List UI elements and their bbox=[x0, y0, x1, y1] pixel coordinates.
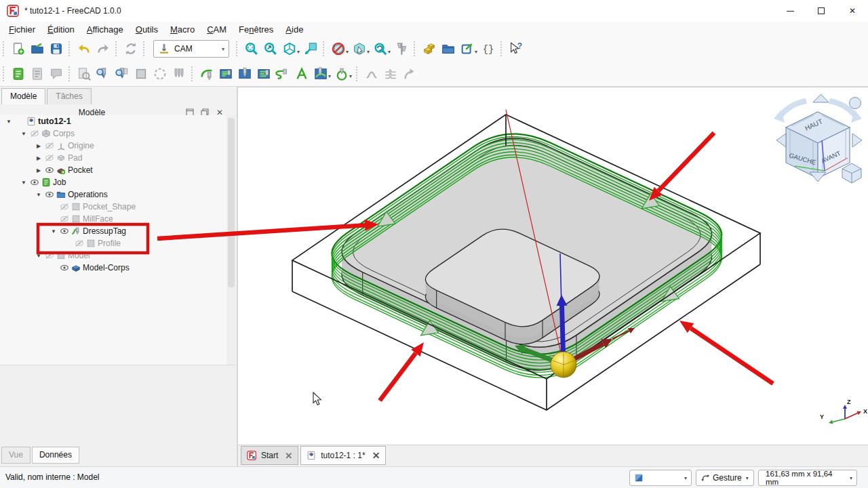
tree-item-origine[interactable]: ▶Origine bbox=[0, 140, 226, 152]
toolbar-toolcontroller-button[interactable] bbox=[170, 64, 189, 83]
tree-scrollbar[interactable] bbox=[226, 115, 236, 365]
toolbar-group-button[interactable] bbox=[439, 39, 458, 58]
toolbar-op-helix-button[interactable] bbox=[273, 64, 292, 83]
toolbar-toolbit-dock-button[interactable] bbox=[94, 64, 113, 83]
menu-fentres[interactable]: Fenêtres bbox=[233, 23, 279, 36]
tab-donnees[interactable]: Données bbox=[32, 447, 79, 464]
eye-visible-icon[interactable] bbox=[43, 165, 55, 175]
eye-hidden-icon[interactable] bbox=[58, 214, 70, 224]
toolbar-simulator-button[interactable] bbox=[151, 64, 170, 83]
navcube-left-triangle[interactable] bbox=[776, 134, 786, 147]
navigation-style-combo[interactable]: Gesture ▾ bbox=[696, 470, 754, 486]
eye-hidden-icon[interactable] bbox=[43, 153, 55, 163]
toolbar-toolbit-library-button[interactable] bbox=[113, 64, 132, 83]
toolbar-grip[interactable] bbox=[414, 41, 418, 56]
toolbar-grip[interactable] bbox=[3, 66, 7, 81]
toolbar-dressup-lead-button[interactable] bbox=[400, 64, 419, 83]
eye-hidden-icon[interactable] bbox=[43, 141, 55, 150]
toolbar-save-file-button[interactable] bbox=[47, 39, 66, 58]
tree-item-millface[interactable]: MillFace bbox=[0, 213, 226, 225]
toolbar-refresh-button[interactable] bbox=[121, 39, 140, 58]
toolbar-zoom-selection-button[interactable] bbox=[261, 39, 280, 58]
dimension-combo[interactable]: 161,63 mm x 91,64 mm ▾ bbox=[758, 470, 857, 486]
eye-hidden-icon[interactable] bbox=[73, 239, 85, 248]
maximize-button[interactable] bbox=[806, 0, 837, 22]
eye-hidden-icon[interactable] bbox=[58, 202, 70, 211]
toolbar-macro-braces-button[interactable]: {} bbox=[479, 39, 498, 58]
tree-item-dressuptag[interactable]: ▼DressupTag bbox=[0, 225, 226, 237]
tab-vue[interactable]: Vue bbox=[1, 447, 31, 464]
menu-dition[interactable]: Édition bbox=[41, 23, 81, 36]
toolbar-whats-this-button[interactable]: ? bbox=[507, 39, 526, 58]
toolbar-export-button[interactable] bbox=[458, 39, 477, 58]
toolbar-axonometric-view-button[interactable] bbox=[280, 39, 299, 58]
navcube-down-triangle[interactable] bbox=[810, 172, 826, 182]
tree-item-profile[interactable]: Profile bbox=[0, 237, 226, 249]
rotate-left-arrow-icon[interactable] bbox=[779, 101, 806, 117]
tree-item-job[interactable]: ▼Job bbox=[0, 176, 226, 188]
mdi-tab-start[interactable]: Start ✕ bbox=[241, 446, 298, 465]
toolbar-simulator-stock-button[interactable] bbox=[132, 64, 151, 83]
toolbar-grip[interactable] bbox=[500, 41, 505, 56]
toolbar-op-vcarve-button[interactable] bbox=[332, 64, 351, 83]
toolbar-op-facemill-button[interactable] bbox=[254, 64, 273, 83]
toolbar-align-view-button[interactable] bbox=[301, 39, 320, 58]
tree-item-pocket-shape[interactable]: Pocket_Shape bbox=[0, 201, 226, 213]
unit-schema-combo[interactable]: ▾ bbox=[629, 470, 692, 486]
toolbar-op-engrave-button[interactable] bbox=[292, 64, 311, 83]
toolbar-dressup-tag-button[interactable] bbox=[381, 64, 400, 83]
mdi-tab-document-close-icon[interactable]: ✕ bbox=[372, 450, 380, 461]
toolbar-zoom-tools-button[interactable] bbox=[371, 39, 390, 58]
expander-icon[interactable]: ▼ bbox=[34, 192, 43, 198]
eye-visible-icon[interactable] bbox=[58, 226, 70, 236]
toolbar-grip[interactable] bbox=[68, 41, 73, 56]
eye-visible-icon[interactable] bbox=[43, 190, 55, 199]
toolbar-sanity-check-button[interactable] bbox=[47, 64, 66, 83]
eye-visible-icon[interactable] bbox=[28, 178, 40, 187]
toolbar-cam-job-button[interactable] bbox=[9, 64, 28, 83]
minimize-button[interactable] bbox=[774, 0, 806, 22]
menu-aide[interactable]: Aide bbox=[279, 23, 309, 36]
navigation-cube[interactable]: HAUTGAUCHEAVANT bbox=[774, 94, 862, 183]
toolbar-draw-style-button[interactable] bbox=[329, 39, 348, 58]
title-bar[interactable]: * tuto12-1 - FreeCAD 1.0.0 ✕ bbox=[0, 0, 868, 22]
tree-item-model-corps[interactable]: Model-Corps bbox=[0, 262, 226, 274]
navcube-circle-button[interactable] bbox=[850, 98, 861, 109]
toolbar-grip[interactable] bbox=[68, 66, 73, 81]
toolbar-op-drilling-button[interactable] bbox=[235, 64, 254, 83]
toolbar-new-file-button[interactable] bbox=[9, 39, 28, 58]
mdi-tab-document[interactable]: tuto12-1 : 1* ✕ bbox=[300, 446, 386, 465]
toolbar-grip[interactable] bbox=[356, 66, 360, 81]
close-button[interactable]: ✕ bbox=[837, 0, 868, 22]
tree-item-tuto12-1[interactable]: ▼tuto12-1 bbox=[0, 115, 226, 127]
toolbar-inspect-gcode-button[interactable] bbox=[75, 64, 94, 83]
toolbar-post-process-button[interactable] bbox=[28, 64, 47, 83]
expander-icon[interactable]: ▶ bbox=[34, 167, 43, 174]
toolbar-op-3dsurface-button[interactable] bbox=[311, 64, 330, 83]
tree-item-pocket[interactable]: ▶Pocket bbox=[0, 164, 226, 176]
toolbar-op-profile-button[interactable] bbox=[197, 64, 216, 83]
tree-item-operations[interactable]: ▼Operations bbox=[0, 188, 226, 201]
expander-icon[interactable]: ▼ bbox=[4, 119, 14, 125]
mdi-tab-start-close-icon[interactable]: ✕ bbox=[285, 451, 292, 461]
tab-taches[interactable]: Tâches bbox=[47, 88, 91, 104]
toolbar-undo-button[interactable] bbox=[75, 39, 94, 58]
toolbar-grip[interactable] bbox=[115, 41, 119, 56]
toolbar-redo-button[interactable] bbox=[94, 39, 113, 58]
menu-cam[interactable]: CAM bbox=[201, 23, 233, 36]
expander-icon[interactable]: ▼ bbox=[19, 180, 28, 186]
expander-icon[interactable]: ▼ bbox=[34, 253, 43, 259]
toolbar-grip[interactable] bbox=[236, 41, 240, 56]
menu-fichier[interactable]: Fichier bbox=[3, 23, 41, 36]
eye-hidden-icon[interactable] bbox=[28, 129, 40, 138]
3d-scene[interactable]: HAUTGAUCHEAVANTZYX bbox=[238, 87, 868, 445]
toolbar-open-file-button[interactable] bbox=[28, 39, 47, 58]
toolbar-op-pocket-button[interactable] bbox=[216, 64, 235, 83]
menu-affichage[interactable]: Affichage bbox=[81, 23, 130, 36]
tree-item-model[interactable]: ▼Model bbox=[0, 249, 226, 262]
expander-icon[interactable]: ▶ bbox=[34, 155, 43, 161]
workbench-selector[interactable]: CAM▾ bbox=[153, 40, 229, 58]
tab-modele[interactable]: Modèle bbox=[1, 88, 45, 104]
3d-viewport[interactable]: HAUTGAUCHEAVANTZYX bbox=[238, 87, 868, 445]
toolbar-grip[interactable] bbox=[191, 66, 195, 81]
